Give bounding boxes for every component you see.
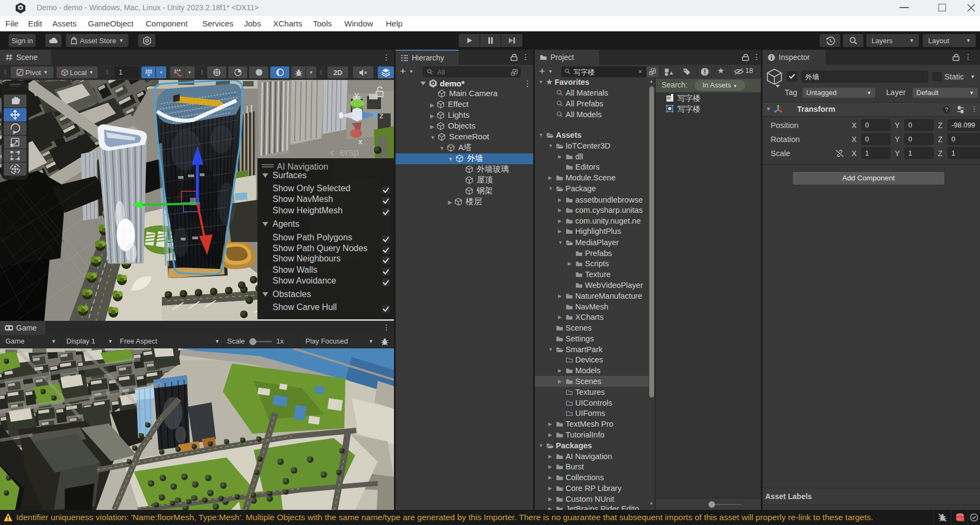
svg-text:x: x [358,137,363,146]
svg-text:Show Only Selected: Show Only Selected [273,184,350,193]
svg-text:Show HeightMesh: Show HeightMesh [273,206,343,215]
svg-text:AI Navigation: AI Navigation [277,162,328,171]
svg-text:Show Path Query Nodes: Show Path Query Nodes [273,244,368,253]
svg-text:?: ? [945,106,948,113]
svg-text:Show Avoidance: Show Avoidance [273,276,336,285]
svg-text:Show Carve Hull: Show Carve Hull [273,302,337,312]
svg-text:Show NavMesh: Show NavMesh [273,194,333,204]
svg-text:y: y [355,90,359,99]
svg-text:Obstacles: Obstacles [273,290,311,299]
svg-text:Agents: Agents [273,219,300,228]
svg-text:Y: Y [147,72,151,77]
svg-text:Show Path Polygons: Show Path Polygons [273,233,352,242]
svg-text:Surfaces: Surfaces [273,171,307,180]
svg-text:‹: ‹ [330,146,334,158]
svg-text:Show Walls: Show Walls [273,265,317,274]
svg-text:ersp: ersp [340,147,359,158]
svg-text:Show Neighbours: Show Neighbours [273,254,341,263]
svg-text:z: z [379,111,384,120]
